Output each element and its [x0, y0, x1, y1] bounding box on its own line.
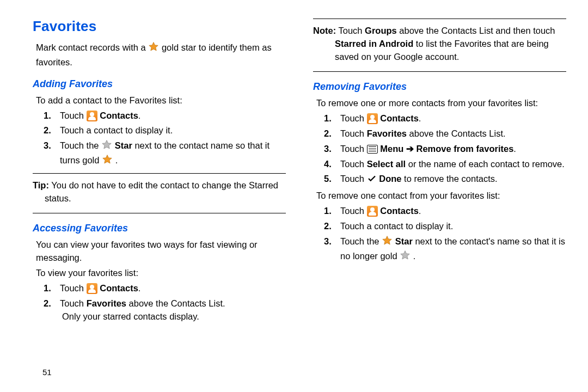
star-gold-icon	[382, 235, 393, 250]
step: Touch Contacts.	[338, 205, 566, 218]
adding-steps: Touch Contacts. Touch a contact to displ…	[33, 109, 286, 169]
removing-steps-multi: Touch Contacts. Touch Favorites above th…	[313, 112, 566, 188]
removing-lead1: To remove one or more contacts from your…	[316, 97, 566, 110]
star-gold-icon	[148, 41, 159, 56]
arrow-icon: ➔	[406, 144, 416, 154]
tip-label: Tip:	[33, 180, 49, 190]
adding-heading: Adding Favorites	[33, 77, 286, 91]
removing-heading: Removing Favorites	[313, 79, 566, 94]
step: Touch Contacts.	[338, 112, 566, 125]
step: Touch Favorites above the Contacts List.…	[58, 297, 286, 323]
left-column: Favorites Mark contact records with a go…	[33, 16, 286, 326]
step: Touch the Star next to the contact's nam…	[338, 235, 566, 265]
adding-lead: To add a contact to the Favorites list:	[36, 94, 286, 107]
right-column: Note: Touch Groups above the Contacts Li…	[313, 16, 566, 326]
contacts-label: Contacts	[100, 111, 138, 120]
divider	[313, 19, 566, 19]
note-label: Note:	[313, 26, 336, 35]
tip-block: Tip: You do not have to edit the contact…	[33, 177, 286, 209]
accessing-intro: You can view your favorites two ways for…	[36, 238, 286, 265]
step: Touch a contact to display it.	[58, 124, 286, 137]
star-label: Star	[115, 140, 132, 150]
divider	[33, 173, 286, 174]
intro-text: Mark contact records with a gold star to…	[36, 41, 286, 69]
step: Touch Menu ➔ Remove from favorites.	[338, 143, 566, 156]
divider	[313, 71, 566, 72]
star-grey-icon	[400, 250, 411, 265]
page-number: 51	[42, 367, 52, 377]
tip-text: You do not have to edit the contact to c…	[45, 180, 278, 203]
manual-page: Favorites Mark contact records with a go…	[0, 0, 588, 331]
step: Touch Select all or the name of each con…	[338, 158, 566, 171]
check-icon	[367, 174, 377, 187]
divider	[33, 213, 286, 213]
intro-a: Mark contact records with a	[36, 42, 148, 52]
removing-lead2: To remove one contact from your favorite…	[316, 189, 566, 203]
contacts-icon	[87, 111, 97, 121]
removing-steps-single: Touch Contacts. Touch a contact to displ…	[313, 205, 566, 265]
menu-icon	[367, 145, 378, 154]
contacts-icon	[87, 283, 97, 294]
accessing-steps: Touch Contacts. Touch Favorites above th…	[33, 282, 286, 323]
contacts-icon	[367, 206, 378, 217]
star-grey-icon	[101, 139, 112, 154]
step: Touch Done to remove the contacts.	[338, 173, 566, 187]
page-title: Favorites	[33, 16, 286, 37]
star-gold-icon	[102, 154, 113, 169]
accessing-lead: To view your favorites list:	[36, 267, 286, 280]
step: Touch the Star next to the contact name …	[58, 139, 286, 169]
step: Touch Favorites above the Contacts List.	[338, 127, 566, 140]
note-block: Note: Touch Groups above the Contacts Li…	[313, 22, 566, 67]
step: Touch a contact to display it.	[338, 220, 566, 233]
step: Touch Contacts.	[58, 109, 286, 122]
step: Touch Contacts.	[58, 282, 286, 295]
contacts-icon	[367, 113, 378, 124]
accessing-heading: Accessing Favorites	[33, 221, 286, 235]
step-extra: Only your starred contacts display.	[60, 310, 286, 323]
